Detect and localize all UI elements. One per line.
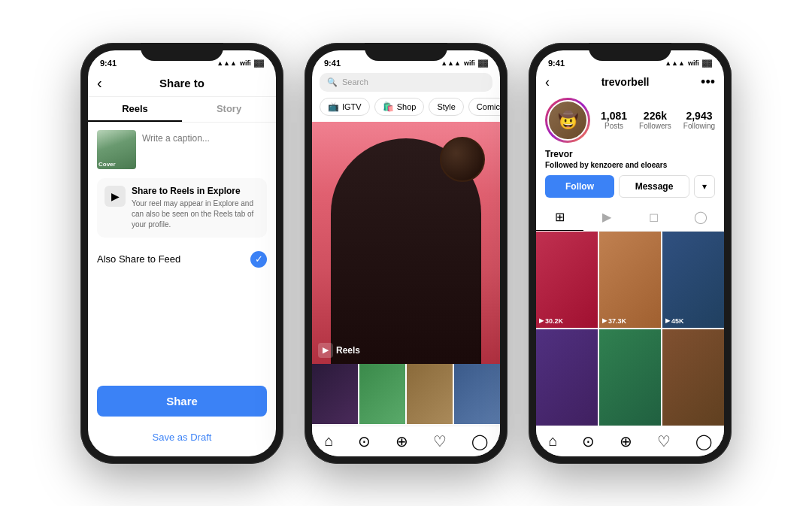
explore-desc: Your reel may appear in Explore and can … <box>132 198 259 230</box>
cat-label-igtv: IGTV <box>342 102 362 111</box>
photo-cell-3: ▶ 45K <box>662 232 724 328</box>
phone-1-share: 9:41 ▲▲▲ wifi ▓▓ ‹ Share to Reels Story <box>80 43 283 464</box>
profile-nav: ‹ trevorbell ••• <box>545 74 715 90</box>
follow-button[interactable]: Follow <box>545 175 614 198</box>
reels-label: ▶ Reels <box>318 343 360 358</box>
save-draft-button[interactable]: Save as Draft <box>97 426 267 449</box>
grid-thumb-1 <box>312 364 358 424</box>
reels-icon: ▶ <box>318 343 333 358</box>
count-text-3: 45K <box>671 317 684 325</box>
explore-icon: ▶ <box>105 186 126 207</box>
tab-bar-3: ⌂ ⊙ ⊕ ♡ ◯ <box>536 426 724 456</box>
profile-name: Trevor <box>545 149 715 159</box>
igtv-icon: 📺 <box>328 102 339 112</box>
heart-tab-3[interactable]: ♡ <box>657 432 671 450</box>
profile-tab-tagged[interactable]: ◻ <box>630 204 677 231</box>
follower2-link[interactable]: eloears <box>641 161 667 169</box>
profile-tab-2[interactable]: ◯ <box>471 432 488 450</box>
profile-tab-grid[interactable]: ⊞ <box>536 204 583 231</box>
add-tab-3[interactable]: ⊕ <box>620 432 632 450</box>
wifi-icon-3: wifi <box>688 59 699 67</box>
profile-tab-saved[interactable]: ◯ <box>677 204 725 231</box>
caption-input[interactable] <box>142 130 267 169</box>
profile-nav-icons: ••• <box>701 74 715 90</box>
spacer <box>97 281 267 377</box>
explore-section: ▶ Share to Reels in Explore Your reel ma… <box>97 178 267 238</box>
also-share-label: Also Share to Feed <box>97 253 180 265</box>
battery-icon: ▓▓ <box>254 59 264 67</box>
profile-tab-3[interactable]: ◯ <box>695 432 712 450</box>
status-time-1: 9:41 <box>100 59 117 68</box>
search-bar[interactable]: 🔍 Search <box>320 73 492 92</box>
play-count-3: ▶ 45K <box>665 317 684 325</box>
notch-2 <box>365 43 447 61</box>
cat-igtv[interactable]: 📺 IGTV <box>320 98 370 116</box>
signal-icon-2: ▲▲▲ <box>441 59 461 67</box>
add-tab-2[interactable]: ⊕ <box>395 432 408 450</box>
stat-followers[interactable]: 226k Followers <box>639 110 671 130</box>
status-time-3: 9:41 <box>548 59 565 68</box>
phone-2-explore: 9:41 ▲▲▲ wifi ▓▓ 🔍 Search 📺 IGTV 🛍 <box>304 43 508 464</box>
home-tab-3[interactable]: ⌂ <box>548 432 557 450</box>
heart-tab-2[interactable]: ♡ <box>433 432 447 450</box>
back-button[interactable]: ‹ <box>97 74 102 92</box>
search-tab-2[interactable]: ⊙ <box>358 432 371 450</box>
home-tab-2[interactable]: ⌂ <box>324 432 333 450</box>
cat-shop[interactable]: 🛍️ Shop <box>374 98 425 116</box>
also-share-row[interactable]: Also Share to Feed ✓ <box>97 247 267 272</box>
notch-1 <box>141 43 223 61</box>
profile-stats: 1,081 Posts 226k Followers 2,943 Followi… <box>601 110 715 130</box>
grid-thumb-2 <box>359 364 405 424</box>
avatar-image: 🤠 <box>547 100 588 141</box>
search-magnifier-icon: 🔍 <box>327 77 338 87</box>
more-options-icon[interactable]: ••• <box>701 74 715 90</box>
shop-icon: 🛍️ <box>383 102 394 112</box>
profile-username: trevorbell <box>601 76 650 88</box>
phone-3-profile: 9:41 ▲▲▲ wifi ▓▓ ‹ trevorbell ••• <box>529 43 732 464</box>
play-count-2: ▶ 37.3K <box>602 317 626 325</box>
status-icons-3: ▲▲▲ wifi ▓▓ <box>665 59 712 67</box>
explore-title: Share to Reels in Explore <box>132 186 259 196</box>
cat-style[interactable]: Style <box>429 98 463 116</box>
play-count-1: ▶ 30.2K <box>539 317 563 325</box>
search-tab-3[interactable]: ⊙ <box>582 432 595 450</box>
stat-following[interactable]: 2,943 Following <box>683 110 715 130</box>
wifi-icon-2: wifi <box>464 59 475 67</box>
photo-cell-2: ▶ 37.3K <box>599 232 661 328</box>
notch-3 <box>589 43 671 61</box>
posts-label: Posts <box>601 122 627 130</box>
scene: 9:41 ▲▲▲ wifi ▓▓ ‹ Share to Reels Story <box>0 0 812 506</box>
avatar: 🤠 <box>545 98 590 143</box>
status-icons-2: ▲▲▲ wifi ▓▓ <box>441 59 488 67</box>
share-button[interactable]: Share <box>97 386 267 417</box>
followed-by-text: Followed by <box>545 161 589 169</box>
message-button[interactable]: Message <box>619 175 689 198</box>
cat-comics[interactable]: Comics <box>468 98 500 116</box>
signal-icon-3: ▲▲▲ <box>665 59 685 67</box>
wifi-icon: wifi <box>240 59 251 67</box>
profile-header: ‹ trevorbell ••• 🤠 1,081 Posts <box>536 71 724 204</box>
followers-count: 226k <box>639 110 671 122</box>
stat-posts[interactable]: 1,081 Posts <box>601 110 627 130</box>
also-share-checkbox[interactable]: ✓ <box>250 251 267 268</box>
follower1-link[interactable]: kenzoere <box>591 161 623 169</box>
more-button[interactable]: ▾ <box>694 175 715 198</box>
followers-label: Followers <box>639 122 671 130</box>
profile-back-button[interactable]: ‹ <box>545 74 550 90</box>
profile-tab-reels[interactable]: ▶ <box>583 204 631 231</box>
tab-reels[interactable]: Reels <box>88 97 182 122</box>
tab-story[interactable]: Story <box>182 97 276 122</box>
explore-text: Share to Reels in Explore Your reel may … <box>132 186 259 230</box>
play-icon-2: ▶ <box>602 317 607 324</box>
battery-icon-2: ▓▓ <box>478 59 488 67</box>
bottom-grid <box>312 364 500 426</box>
photo-grid: ▶ 30.2K ▶ 37.3K ▶ 45K <box>536 232 724 426</box>
cat-label-comics: Comics <box>477 102 500 111</box>
share-tabs: Reels Story <box>88 97 276 123</box>
video-thumbnail: Cover <box>97 130 136 169</box>
and-text: and <box>626 161 641 169</box>
profile-info: 🤠 1,081 Posts 226k Followers 2,943 <box>545 98 715 143</box>
posts-count: 1,081 <box>601 110 627 122</box>
profile-tabs: ⊞ ▶ ◻ ◯ <box>536 204 724 232</box>
signal-icon: ▲▲▲ <box>217 59 237 67</box>
